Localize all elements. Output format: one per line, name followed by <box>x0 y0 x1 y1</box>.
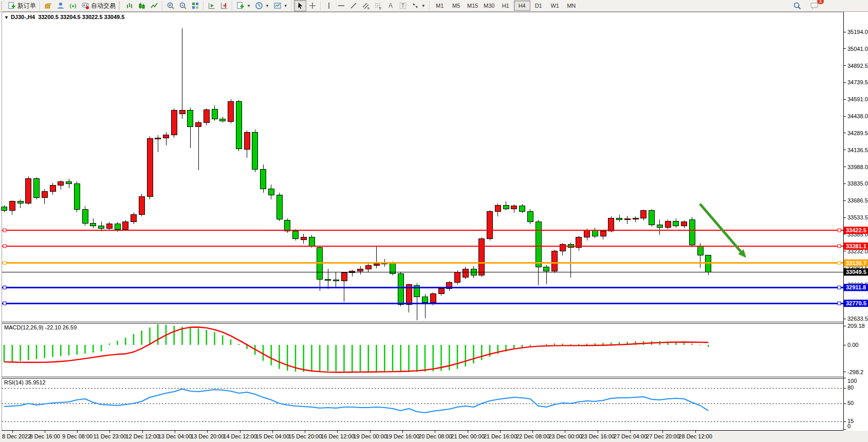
text-label-button[interactable]: T <box>397 0 409 11</box>
candle-down <box>236 102 242 149</box>
text-icon: A <box>386 2 395 10</box>
candle-down <box>657 225 662 227</box>
candle-up <box>163 135 169 138</box>
step-forward-icon <box>208 2 216 10</box>
chart-shift-button[interactable] <box>218 0 230 11</box>
indicators-button[interactable]: ▼ <box>234 0 253 11</box>
tab-timeframe-m5[interactable]: M5 <box>448 1 465 11</box>
candle-down <box>268 189 274 195</box>
time-tick-label: 20 Dec 08:00 <box>418 433 452 439</box>
time-tick-label: 9 Dec 08:00 <box>62 433 93 439</box>
chevron-down-icon: ▼ <box>421 4 426 8</box>
profiles-button[interactable] <box>54 0 67 11</box>
candle-down <box>592 231 598 236</box>
macd-axis-label: 0.00 <box>847 342 858 348</box>
candle-down <box>649 211 655 225</box>
time-tick-label: 19 Dec 16:00 <box>386 433 419 439</box>
cursor-button[interactable] <box>294 0 306 11</box>
chart-shift-icon <box>220 2 228 10</box>
auto-trading-button[interactable]: 自动交易 <box>79 0 118 11</box>
rsi-indicator-label: RSI(14) 35.9512 <box>4 379 46 385</box>
candle-down <box>188 110 193 126</box>
price-badge-32911.8: 32911.8 <box>844 284 868 291</box>
signals-button[interactable] <box>67 0 79 11</box>
chart-canvas[interactable]: 35194.035041.034892.534739.534591.034438… <box>0 0 868 442</box>
trading-terminal: 新订单 自动交易 <box>0 0 868 442</box>
search-button[interactable] <box>791 0 804 11</box>
chevron-down-icon: ▼ <box>247 4 251 8</box>
candle-up <box>511 206 517 209</box>
templates-icon <box>273 2 282 10</box>
candle-up <box>341 273 347 281</box>
market-watch-button[interactable] <box>42 0 54 11</box>
svg-text:F: F <box>379 7 381 10</box>
candle-up <box>455 272 460 283</box>
candle-up <box>106 224 112 229</box>
candle-up <box>58 182 64 185</box>
bar-chart-button[interactable] <box>123 0 136 11</box>
new-order-button[interactable]: 新订单 <box>6 0 38 11</box>
equidistant-channel-button[interactable]: E <box>360 0 372 11</box>
vertical-line-button[interactable] <box>323 0 335 11</box>
bar-chart-icon <box>125 2 134 10</box>
arrows-button[interactable]: ▼ <box>409 0 428 11</box>
price-tick-label: 34136.5 <box>847 147 868 153</box>
zoom-in-button[interactable] <box>164 0 177 11</box>
notification-badge: 1 <box>817 0 824 4</box>
zoom-in-icon <box>167 2 175 10</box>
crosshair-icon <box>308 2 317 10</box>
candle-up <box>196 122 201 126</box>
tab-timeframe-d1[interactable]: D1 <box>530 1 547 11</box>
line-chart-button[interactable] <box>148 0 160 11</box>
text-button[interactable]: A <box>384 0 397 11</box>
candle-up <box>495 206 501 212</box>
tab-timeframe-h1[interactable]: H1 <box>497 1 514 11</box>
tab-timeframe-h4[interactable]: H4 <box>514 1 530 11</box>
candle-down <box>422 297 428 302</box>
trend-line-button[interactable] <box>347 0 360 11</box>
price-badge-33049.5: 33049.5 <box>844 268 868 275</box>
candle-down <box>220 119 226 121</box>
candle-up <box>171 110 177 135</box>
step-forward-button[interactable] <box>206 0 218 11</box>
tab-timeframe-m15[interactable]: M15 <box>465 1 481 11</box>
svg-text:33422.5: 33422.5 <box>846 227 866 233</box>
candle-up <box>123 222 128 229</box>
vertical-line-icon <box>325 2 333 10</box>
tab-timeframe-m1[interactable]: M1 <box>432 1 448 11</box>
tile-windows-icon <box>191 2 199 10</box>
arrows-icon <box>411 2 419 10</box>
tab-timeframe-mn[interactable]: MN <box>563 1 580 11</box>
time-tick-label: 14 Dec 12:00 <box>223 433 256 439</box>
time-tick-label: 28 Dec 12:00 <box>678 433 712 439</box>
zoom-out-button[interactable] <box>177 0 189 11</box>
crosshair-button[interactable] <box>306 0 319 11</box>
tab-timeframe-w1[interactable]: W1 <box>547 1 563 11</box>
time-tick-label: 15 Dec 20:00 <box>288 433 322 439</box>
candle-down <box>17 201 23 204</box>
tab-timeframe-m30[interactable]: M30 <box>481 1 497 11</box>
line-anchor <box>3 229 6 232</box>
horizontal-line-button[interactable] <box>335 0 347 11</box>
time-tick-label: 16 Dec 12:00 <box>321 433 354 439</box>
price-tick-label: 34739.5 <box>847 79 868 85</box>
separator <box>162 1 163 10</box>
templates-button[interactable]: ▼ <box>271 0 290 11</box>
candle-down <box>2 207 7 210</box>
chat-button[interactable]: 1 <box>808 0 821 11</box>
line-anchor <box>838 302 841 305</box>
line-anchor <box>3 286 6 289</box>
clock-icon <box>255 2 263 10</box>
line-anchor <box>838 229 841 232</box>
periods-button[interactable]: ▼ <box>253 0 271 11</box>
svg-text:32770.5: 32770.5 <box>846 300 866 306</box>
candle-up <box>26 178 31 204</box>
candle-up <box>584 231 590 237</box>
tile-windows-button[interactable] <box>189 0 201 11</box>
candle-chart-button[interactable] <box>136 0 148 11</box>
candle-down <box>74 184 80 210</box>
candle-down <box>309 237 315 246</box>
price-tick-label: 32633.5 <box>847 316 868 322</box>
line-anchor <box>838 262 841 265</box>
fibonacci-button[interactable]: F <box>372 0 384 11</box>
